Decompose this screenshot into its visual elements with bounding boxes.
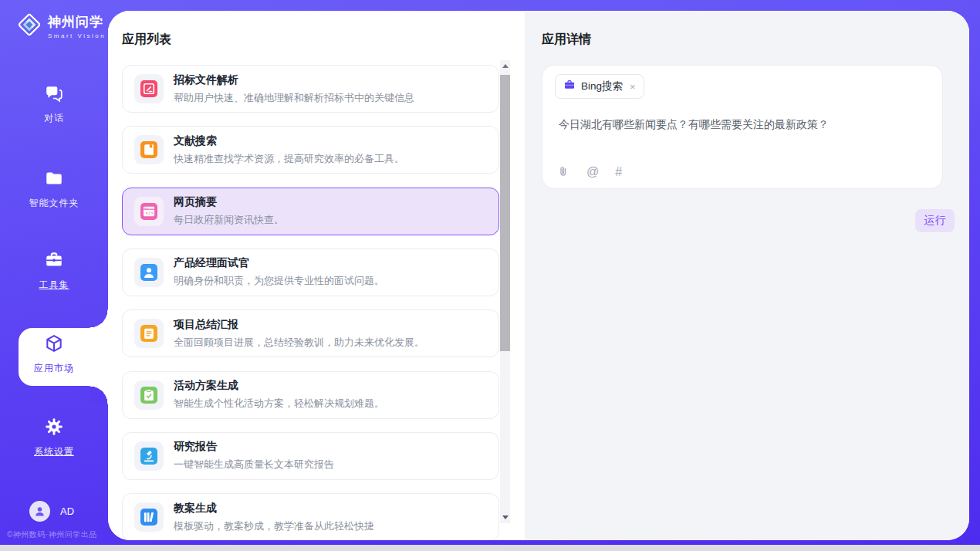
- interviewer-icon: [134, 258, 164, 287]
- prompt-toolbar: @ #: [557, 165, 622, 178]
- briefcase-icon: [563, 79, 576, 94]
- sidebar-item-label: 系统设置: [34, 445, 74, 458]
- sidebar-item-工具集[interactable]: 工具集: [0, 250, 108, 292]
- app-card-title: 招标文件解析: [174, 73, 414, 87]
- app-card-desc: 每日政府新闻资讯快查。: [174, 213, 284, 227]
- app-card-title: 项目总结汇报: [174, 318, 424, 332]
- app-card-title: 研究报告: [174, 440, 334, 454]
- copyright-text: ©神州数码·神州问学出品: [7, 529, 97, 540]
- attachment-icon[interactable]: [557, 165, 570, 178]
- tool-chip[interactable]: Bing搜索 ×: [555, 74, 644, 99]
- books-icon: [134, 502, 164, 532]
- app-card-title: 活动方案生成: [174, 379, 384, 393]
- app-detail-title: 应用详情: [542, 32, 591, 48]
- brand-subtitle: Smart Vision: [48, 32, 106, 39]
- notepad-icon: [134, 319, 164, 348]
- cube-icon: [44, 333, 64, 357]
- desktop-strip: [0, 545, 980, 551]
- sidebar-item-应用市场[interactable]: 应用市场: [0, 333, 108, 375]
- bid-doc-icon: [134, 74, 164, 103]
- scrollbar[interactable]: [500, 60, 510, 523]
- sidebar: 神州问学 Smart Vision 对话智能文件夹工具集应用市场系统设置 AD …: [0, 0, 108, 545]
- avatar[interactable]: [29, 501, 50, 522]
- app-card-desc: 智能生成个性化活动方案，轻松解决规划难题。: [174, 397, 384, 411]
- main-content: 应用列表 招标文件解析帮助用户快速、准确地理解和解析招标书中的关键信息文献搜索快…: [108, 11, 969, 540]
- chip-close-icon[interactable]: ×: [630, 81, 636, 93]
- scroll-up-arrow-icon[interactable]: [502, 64, 509, 68]
- sidebar-item-系统设置[interactable]: 系统设置: [0, 417, 108, 458]
- chat-icon: [44, 83, 64, 106]
- app-card-文献搜索[interactable]: 文献搜索快速精准查找学术资源，提高研究效率的必备工具。: [122, 126, 499, 174]
- app-list-panel: 应用列表 招标文件解析帮助用户快速、准确地理解和解析招标书中的关键信息文献搜索快…: [108, 11, 525, 540]
- app-card-desc: 明确身份和职责，为您提供专业性的面试问题。: [174, 274, 384, 288]
- sidebar-item-label: 工具集: [39, 279, 69, 292]
- microscope-icon: [134, 441, 164, 471]
- app-card-教案生成[interactable]: 教案生成模板驱动，教案秒成，教学准备从此轻松快捷: [122, 493, 499, 540]
- book-icon: [134, 135, 164, 164]
- mention-icon[interactable]: @: [586, 166, 599, 178]
- prompt-input[interactable]: 今日湖北有哪些新闻要点？有哪些需要关注的最新政策？: [559, 118, 921, 132]
- gear-icon: [44, 417, 64, 440]
- app-card-desc: 一键智能生成高质量长文本研究报告: [174, 458, 334, 472]
- user-initials: AD: [60, 505, 74, 517]
- app-detail-panel: 应用详情 Bing搜索 × 今日湖北有哪些新闻要点？: [525, 11, 969, 540]
- app-card-desc: 快速精准查找学术资源，提高研究效率的必备工具。: [174, 152, 404, 166]
- sidebar-item-label: 应用市场: [34, 362, 74, 375]
- app-card-研究报告[interactable]: 研究报告一键智能生成高质量长文本研究报告: [122, 432, 499, 480]
- run-button[interactable]: 运行: [915, 209, 955, 232]
- brand-name: 神州问学: [48, 13, 106, 31]
- app-card-title: 网页摘要: [174, 195, 284, 209]
- app-card-title: 产品经理面试官: [174, 256, 384, 270]
- folder-icon: [44, 168, 64, 191]
- prompt-card: Bing搜索 × 今日湖北有哪些新闻要点？有哪些需要关注的最新政策？ @ #: [542, 65, 943, 189]
- scrollbar-thumb[interactable]: [500, 75, 510, 351]
- app-card-desc: 全面回顾项目进展，总结经验教训，助力未来优化发展。: [174, 336, 424, 350]
- sidebar-item-对话[interactable]: 对话: [0, 83, 108, 125]
- sidebar-item-智能文件夹[interactable]: 智能文件夹: [0, 168, 108, 210]
- brand-logo-icon: [15, 11, 43, 42]
- app-card-desc: 模板驱动，教案秒成，教学准备从此轻松快捷: [174, 519, 374, 533]
- app-card-网页摘要[interactable]: </>网页摘要每日政府新闻资讯快查。: [122, 188, 499, 235]
- app-card-产品经理面试官[interactable]: 产品经理面试官明确身份和职责，为您提供专业性的面试问题。: [122, 248, 499, 296]
- brand-logo: 神州问学 Smart Vision: [15, 11, 106, 42]
- hash-icon[interactable]: #: [615, 166, 622, 178]
- browser-icon: </>: [134, 197, 164, 226]
- app-card-招标文件解析[interactable]: 招标文件解析帮助用户快速、准确地理解和解析招标书中的关键信息: [122, 65, 499, 113]
- sidebar-item-label: 智能文件夹: [29, 197, 79, 210]
- svg-text:</>: </>: [146, 210, 154, 215]
- app-card-title: 教案生成: [174, 502, 374, 516]
- app-card-desc: 帮助用户快速、准确地理解和解析招标书中的关键信息: [174, 91, 414, 105]
- sidebar-item-label: 对话: [44, 112, 64, 125]
- plan-check-icon: [134, 380, 164, 410]
- app-card-项目总结汇报[interactable]: 项目总结汇报全面回顾项目进展，总结经验教训，助力未来优化发展。: [122, 309, 499, 357]
- app-window: 神州问学 Smart Vision 对话智能文件夹工具集应用市场系统设置 AD …: [0, 0, 980, 551]
- app-card-活动方案生成[interactable]: 活动方案生成智能生成个性化活动方案，轻松解决规划难题。: [122, 371, 499, 419]
- app-list-title: 应用列表: [122, 32, 171, 48]
- toolbox-icon: [44, 250, 64, 273]
- window-frame: 神州问学 Smart Vision 对话智能文件夹工具集应用市场系统设置 AD …: [0, 0, 980, 545]
- scroll-down-arrow-icon[interactable]: [502, 516, 509, 519]
- tool-chip-label: Bing搜索: [581, 79, 623, 93]
- app-card-title: 文献搜索: [174, 134, 404, 148]
- user-account[interactable]: AD: [29, 501, 74, 522]
